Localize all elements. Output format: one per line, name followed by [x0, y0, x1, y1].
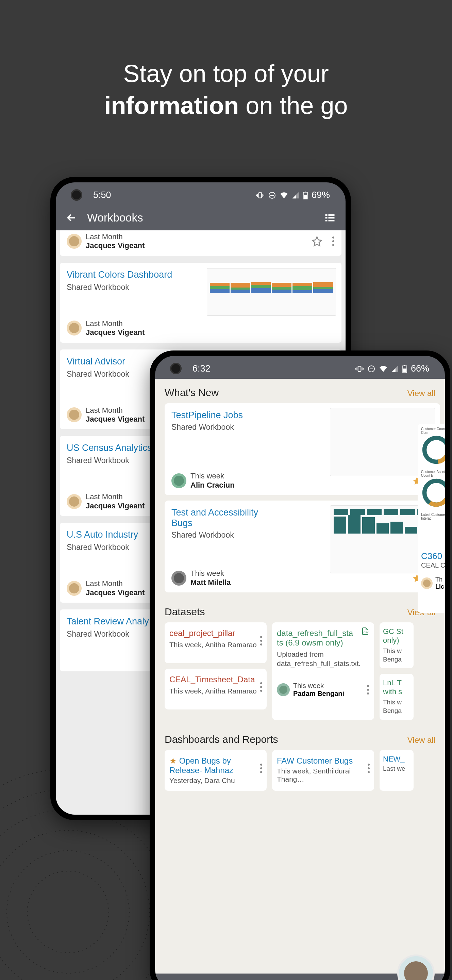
more-icon[interactable] — [367, 764, 370, 773]
donut-chart-icon — [421, 477, 445, 508]
vibrate-icon — [256, 191, 265, 200]
svg-rect-21 — [328, 220, 335, 221]
svg-rect-17 — [328, 215, 335, 216]
svg-rect-16 — [325, 215, 328, 216]
view-all-link[interactable]: View all — [408, 388, 435, 398]
dashboard-card[interactable]: FAW Customer Bugs This week, Senthildura… — [272, 750, 374, 791]
workbook-author: Jacques Vigeant — [86, 501, 144, 511]
home-content[interactable]: What's New View all TestPipeline Jobs Sh… — [155, 379, 445, 980]
dashboard-card[interactable]: ★ Open Bugs by Release- Mahnaz Yesterday… — [165, 750, 266, 791]
dataset-author: Padam Bengani — [293, 690, 344, 698]
workbook-card[interactable]: Vibrant Colors Dashboard Shared Workbook… — [60, 263, 341, 343]
dataset-time: This week — [293, 682, 344, 690]
dataset-peek-card[interactable]: LnL T with s This w Benga — [379, 674, 414, 720]
section-title: Dashboards and Reports — [165, 733, 278, 745]
status-icons: 66% — [355, 363, 429, 374]
workbook-card[interactable]: Last Month Jacques Vigeant — [60, 231, 341, 256]
whatsnew-peek-card[interactable]: Customer Count by Com Customer Asset Cou… — [418, 424, 445, 613]
battery-percent: 69% — [312, 190, 330, 200]
dataset-meta: Uploaded from data_refresh_full_stats.tx… — [277, 649, 370, 668]
favorite-star-icon: ★ — [170, 756, 179, 765]
card-author: Alin Craciun — [190, 481, 235, 490]
appbar-title: Workbooks — [87, 211, 324, 224]
avatar — [421, 578, 433, 589]
signal-icon — [292, 192, 299, 199]
svg-rect-31 — [404, 365, 405, 366]
more-icon[interactable] — [366, 685, 370, 695]
status-icons: 69% — [256, 190, 330, 200]
dashboard-peek-card[interactable]: NEW_ Last we — [379, 750, 414, 791]
wifi-icon — [379, 364, 388, 373]
user-avatar-fab[interactable] — [397, 955, 435, 980]
avatar — [277, 683, 290, 696]
camera-cutout — [71, 189, 82, 201]
dashboard-title: NEW_ — [383, 755, 410, 764]
workbook-author: Jacques Vigeant — [86, 241, 144, 250]
dashboards-row: ★ Open Bugs by Release- Mahnaz Yesterday… — [155, 750, 445, 791]
dashboard-meta: Last we — [383, 765, 410, 772]
avatar — [67, 494, 82, 509]
svg-point-3 — [0, 810, 170, 980]
svg-rect-15 — [305, 192, 306, 192]
back-arrow-icon[interactable] — [65, 212, 78, 224]
svg-rect-20 — [325, 220, 328, 221]
svg-rect-14 — [304, 195, 307, 199]
section-title: What's New — [165, 387, 219, 398]
avatar — [67, 321, 82, 336]
svg-text:CSV: CSV — [363, 631, 369, 633]
dashboard-meta: This week, Senthildurai Thang… — [277, 767, 370, 783]
avatar — [67, 581, 82, 596]
view-all-link[interactable]: View all — [408, 735, 435, 745]
wifi-icon — [279, 191, 289, 200]
dataset-meta: This week, Anitha Ramarao — [170, 640, 262, 649]
dashboard-title: FAW Customer Bugs — [277, 756, 370, 765]
dashboard-title: ★ Open Bugs by Release- Mahnaz — [170, 756, 262, 775]
status-bar: 5:50 69% — [56, 182, 346, 205]
star-icon[interactable] — [312, 236, 322, 247]
whatsnew-card[interactable]: TestPipeline Jobs Shared Workbook This w… — [165, 403, 440, 495]
more-icon[interactable] — [260, 682, 263, 692]
dataset-card[interactable]: ceal_project_pillar This week, Anitha Ra… — [165, 622, 266, 663]
dataset-peek-card[interactable]: GC St only) This w Benga — [379, 622, 414, 668]
svg-rect-22 — [358, 366, 361, 371]
svg-point-1 — [7, 851, 129, 973]
avatar — [171, 571, 186, 585]
dataset-meta: This w Benga — [383, 698, 410, 715]
more-icon[interactable] — [260, 636, 263, 646]
app-bar: Workbooks — [56, 205, 346, 231]
more-icon[interactable] — [260, 764, 263, 773]
avatar — [67, 407, 82, 422]
workbook-author: Jacques Vigeant — [86, 415, 144, 424]
marketing-headline: Stay on top of your information on the g… — [0, 58, 452, 121]
phone-frame-front: 6:32 66% What's New View all TestPipelin… — [150, 350, 450, 980]
datasets-row: ceal_project_pillar This week, Anitha Ra… — [155, 622, 445, 720]
status-time: 5:50 — [93, 190, 111, 200]
battery-icon — [402, 365, 408, 373]
workbook-author: Jacques Vigeant — [86, 328, 144, 337]
svg-rect-30 — [403, 369, 406, 372]
list-view-icon[interactable] — [324, 212, 336, 224]
status-bar: 6:32 66% — [155, 356, 445, 379]
dataset-title: ceal_project_pillar — [170, 628, 262, 638]
workbook-time: Last Month — [86, 492, 144, 501]
dataset-card[interactable]: CEAL_Timesheet_Data This week, Anitha Ra… — [165, 669, 266, 710]
section-header-whatsnew: What's New View all — [155, 379, 445, 403]
battery-percent: 66% — [411, 363, 429, 374]
svg-rect-18 — [325, 217, 328, 219]
workbook-author: Jacques Vigeant — [86, 588, 144, 597]
peek-chart-label: Customer Count by Com — [421, 427, 445, 434]
headline-bold: information — [104, 92, 239, 119]
peek-author: Lic — [435, 583, 444, 590]
peek-chart-label: Customer Asset Count b — [421, 470, 445, 477]
dataset-meta: This w Benga — [383, 647, 410, 663]
whatsnew-card[interactable]: Test and Accessibility Bugs Shared Workb… — [165, 501, 440, 592]
more-icon[interactable] — [332, 237, 335, 246]
dataset-card[interactable]: data_refresh_full_stats (6.9 owsm only) … — [272, 622, 374, 720]
donut-chart-icon — [421, 434, 445, 465]
card-title: Test and Accessibility Bugs — [171, 508, 260, 528]
dataset-meta: This week, Anitha Ramarao — [170, 686, 262, 695]
card-time: This week — [190, 569, 231, 578]
dnd-icon — [268, 191, 276, 199]
svg-rect-19 — [328, 217, 335, 219]
status-time: 6:32 — [192, 363, 211, 374]
